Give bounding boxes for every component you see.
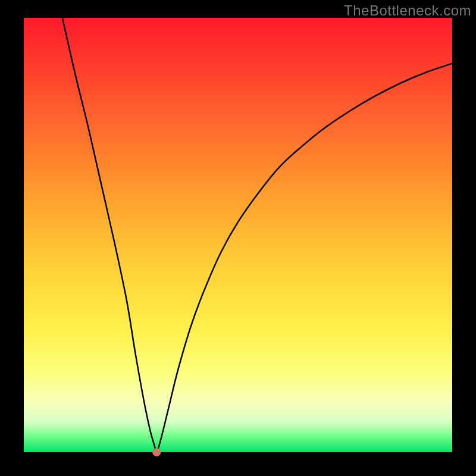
curve-path <box>62 18 452 452</box>
optimum-marker <box>152 448 161 456</box>
plot-area <box>24 18 452 452</box>
curve-svg <box>24 18 452 452</box>
chart-frame: TheBottleneck.com <box>0 0 476 476</box>
watermark-text: TheBottleneck.com <box>344 2 471 19</box>
